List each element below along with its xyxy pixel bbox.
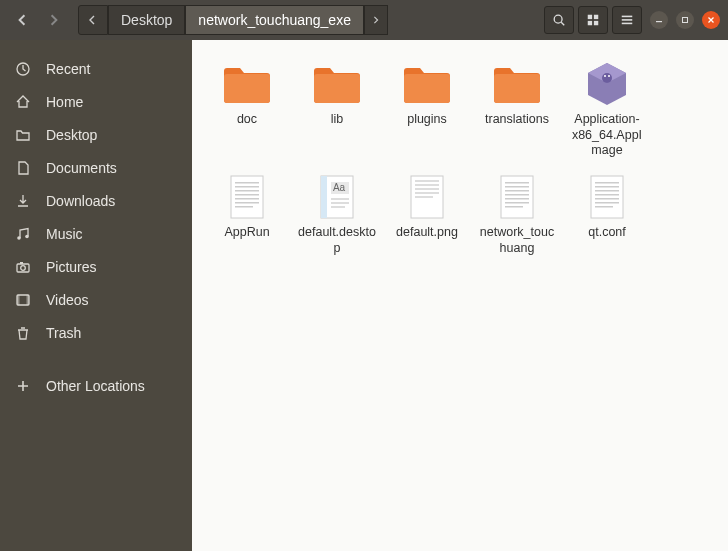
svg-point-21: [604, 75, 606, 77]
svg-rect-35: [331, 198, 349, 200]
svg-point-20: [602, 73, 612, 83]
sidebar-item-home[interactable]: Home: [0, 85, 192, 118]
maximize-button[interactable]: [676, 11, 694, 29]
sidebar-item-label: Music: [46, 226, 83, 242]
sidebar-other-locations[interactable]: Other Locations: [0, 369, 192, 402]
svg-rect-36: [331, 202, 349, 204]
search-button[interactable]: [544, 6, 574, 34]
svg-rect-49: [505, 198, 529, 200]
back-button[interactable]: [8, 6, 36, 34]
svg-rect-2: [588, 15, 592, 19]
svg-rect-57: [595, 198, 619, 200]
view-toggle-button[interactable]: [578, 6, 608, 34]
file-item[interactable]: default.png: [384, 169, 470, 260]
svg-rect-32: [321, 176, 327, 218]
sidebar-item-downloads[interactable]: Downloads: [0, 184, 192, 217]
svg-rect-40: [415, 184, 439, 186]
svg-rect-47: [505, 190, 529, 192]
camera-icon: [14, 258, 32, 276]
svg-text:Aa: Aa: [333, 182, 346, 193]
svg-rect-7: [622, 19, 633, 21]
music-icon: [14, 225, 32, 243]
file-item[interactable]: network_touchuang: [474, 169, 560, 260]
file-label: qt.conf: [588, 225, 626, 241]
breadcrumb-current[interactable]: network_touchuang_exe: [185, 5, 364, 35]
svg-rect-54: [595, 186, 619, 188]
sidebar-item-music[interactable]: Music: [0, 217, 192, 250]
svg-rect-46: [505, 186, 529, 188]
sidebar-item-label: Recent: [46, 61, 90, 77]
folder-icon: [490, 60, 544, 108]
trash-icon: [14, 324, 32, 342]
sidebar-item-recent[interactable]: Recent: [0, 52, 192, 85]
file-item[interactable]: Application-x86_64.AppImage: [564, 56, 650, 163]
svg-rect-42: [415, 192, 439, 194]
folder-icon: [400, 60, 454, 108]
home-icon: [14, 93, 32, 111]
file-label: doc: [237, 112, 257, 128]
svg-point-22: [608, 75, 610, 77]
svg-rect-28: [235, 198, 259, 200]
download-icon: [14, 192, 32, 210]
forward-button[interactable]: [40, 6, 68, 34]
sidebar-item-pictures[interactable]: Pictures: [0, 250, 192, 283]
folder-item[interactable]: doc: [204, 56, 290, 163]
sidebar: RecentHomeDesktopDocumentsDownloadsMusic…: [0, 40, 192, 551]
svg-rect-5: [594, 21, 598, 25]
svg-rect-27: [235, 194, 259, 196]
svg-rect-58: [595, 202, 619, 204]
minimize-button[interactable]: [650, 11, 668, 29]
text-icon: [490, 173, 544, 221]
folder-item[interactable]: plugins: [384, 56, 470, 163]
file-label: network_touchuang: [478, 225, 556, 256]
svg-rect-6: [622, 16, 633, 18]
folder-icon: [14, 126, 32, 144]
svg-rect-8: [622, 23, 633, 25]
folder-item[interactable]: translations: [474, 56, 560, 163]
breadcrumb-parent[interactable]: Desktop: [108, 5, 185, 35]
file-label: default.desktop: [298, 225, 376, 256]
svg-rect-16: [20, 262, 23, 264]
clock-icon: [14, 60, 32, 78]
sidebar-item-label: Home: [46, 94, 83, 110]
svg-rect-39: [415, 180, 439, 182]
sidebar-item-label: Videos: [46, 292, 89, 308]
file-label: AppRun: [224, 225, 269, 241]
svg-rect-24: [235, 182, 259, 184]
svg-rect-51: [505, 206, 523, 208]
svg-rect-48: [505, 194, 529, 196]
sidebar-item-label: Desktop: [46, 127, 97, 143]
svg-rect-43: [415, 196, 433, 198]
folder-item[interactable]: lib: [294, 56, 380, 163]
svg-rect-59: [595, 206, 613, 208]
close-button[interactable]: [702, 11, 720, 29]
video-icon: [14, 291, 32, 309]
svg-rect-55: [595, 190, 619, 192]
sidebar-item-label: Trash: [46, 325, 81, 341]
sidebar-item-videos[interactable]: Videos: [0, 283, 192, 316]
svg-rect-19: [27, 295, 30, 305]
svg-rect-41: [415, 188, 439, 190]
file-label: plugins: [407, 112, 447, 128]
svg-rect-53: [595, 182, 619, 184]
sidebar-item-label: Pictures: [46, 259, 97, 275]
file-item[interactable]: qt.conf: [564, 169, 650, 260]
breadcrumb-expand[interactable]: [364, 5, 388, 35]
svg-rect-4: [588, 21, 592, 25]
plus-icon: [14, 377, 32, 395]
breadcrumb: Desktop network_touchuang_exe: [78, 5, 532, 35]
svg-rect-26: [235, 190, 259, 192]
breadcrumb-path-button[interactable]: [78, 5, 108, 35]
document-icon: [14, 159, 32, 177]
menu-button[interactable]: [612, 6, 642, 34]
sidebar-item-documents[interactable]: Documents: [0, 151, 192, 184]
sidebar-item-desktop[interactable]: Desktop: [0, 118, 192, 151]
svg-point-15: [21, 265, 26, 270]
file-item[interactable]: Aadefault.desktop: [294, 169, 380, 260]
file-item[interactable]: AppRun: [204, 169, 290, 260]
svg-rect-29: [235, 202, 259, 204]
svg-rect-45: [505, 182, 529, 184]
sidebar-item-trash[interactable]: Trash: [0, 316, 192, 349]
image-icon: [400, 173, 454, 221]
appimage-icon: [580, 60, 634, 108]
